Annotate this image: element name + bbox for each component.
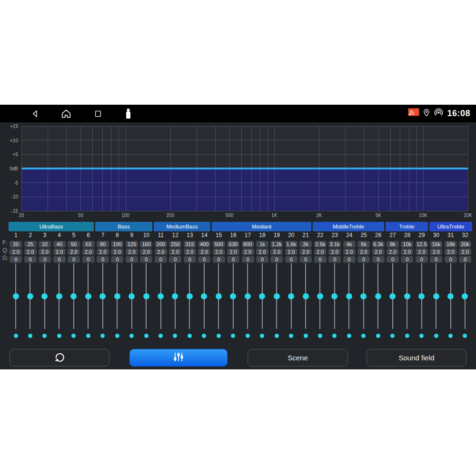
- slider-knob[interactable]: [245, 293, 251, 299]
- q-chip: 2.0: [111, 248, 123, 255]
- band-group-ultrabass: UltraBass: [9, 222, 94, 231]
- slider-knob[interactable]: [41, 293, 48, 299]
- recents-icon[interactable]: [92, 108, 104, 119]
- y-axis-tick-label: 0dB: [10, 166, 18, 171]
- freq-chip: 160: [140, 241, 152, 248]
- q-factor-row: 2.02.02.02.02.02.02.02.02.02.02.02.02.02…: [0, 247, 476, 254]
- slider-knob[interactable]: [56, 293, 62, 299]
- y-axis-tick-label: +15: [10, 124, 18, 129]
- slider-knob[interactable]: [13, 293, 19, 299]
- freq-chip: 250: [169, 241, 181, 248]
- slider-knob[interactable]: [143, 293, 149, 299]
- slider-knob[interactable]: [99, 293, 106, 299]
- slider-knob[interactable]: [230, 293, 236, 299]
- band-number: 31: [443, 232, 458, 238]
- gain-chip-cell: 0: [429, 255, 444, 263]
- slider-knob[interactable]: [317, 293, 323, 299]
- band-number: 1: [9, 232, 23, 238]
- slider-knob[interactable]: [172, 293, 178, 299]
- y-axis-tick-label: -15: [11, 208, 18, 214]
- slider-knob[interactable]: [114, 293, 120, 299]
- slider-knob[interactable]: [158, 293, 164, 299]
- x-axis-tick-label: 2K: [316, 213, 322, 218]
- slider-knob[interactable]: [274, 293, 280, 299]
- reset-icon: [53, 351, 66, 365]
- slider-knob[interactable]: [375, 293, 381, 299]
- slider-knob[interactable]: [433, 293, 439, 299]
- gain-chip-cell: 0: [313, 255, 327, 263]
- slider-knob[interactable]: [404, 293, 410, 299]
- back-icon[interactable]: [30, 108, 41, 119]
- q-chip: 2.0: [140, 248, 152, 255]
- slider-knob[interactable]: [360, 293, 367, 299]
- band-number: 5: [67, 232, 81, 238]
- band-number: 23: [327, 232, 342, 238]
- freq-chip: 20: [10, 241, 22, 248]
- q-chip: 2.0: [126, 248, 138, 255]
- q-chip: 2.0: [242, 248, 254, 255]
- slider-knob[interactable]: [447, 293, 454, 299]
- gain-chip-cell: 0: [371, 255, 386, 263]
- freq-chip: 1.6k: [285, 241, 298, 248]
- band-number-row: 1234567891011121314151617181920212223242…: [0, 232, 476, 238]
- gain-chip: 0: [111, 256, 123, 263]
- q-chip: 2.0: [68, 248, 80, 255]
- scene-button[interactable]: Scene: [248, 349, 348, 367]
- gain-chip: 0: [357, 256, 370, 263]
- slider-knob[interactable]: [201, 293, 207, 299]
- slider-dot: [376, 334, 380, 338]
- freq-chip: 2.5k: [314, 241, 327, 248]
- gain-chip-cell: 0: [168, 255, 183, 263]
- x-axis-tick-label: 20K: [464, 213, 472, 218]
- equalizer-button[interactable]: [129, 349, 228, 367]
- gain-chip: 0: [372, 256, 385, 263]
- x-axis-tick-label: 5K: [376, 213, 381, 218]
- slider-knob[interactable]: [70, 293, 77, 299]
- slider-knob[interactable]: [389, 293, 396, 299]
- slider-knob[interactable]: [27, 293, 33, 299]
- slider-knob[interactable]: [288, 293, 294, 299]
- slider-knob[interactable]: [187, 293, 193, 299]
- gain-chip-cell: 0: [443, 255, 458, 263]
- gain-chip: 0: [299, 256, 312, 263]
- home-icon[interactable]: [60, 108, 72, 119]
- gain-chip-cell: 0: [211, 255, 226, 263]
- slider-knob[interactable]: [85, 293, 91, 299]
- gain-chip: 0: [53, 256, 66, 263]
- slider-knob[interactable]: [462, 293, 468, 299]
- q-chip: 2.0: [213, 248, 225, 255]
- slider-dot: [28, 334, 32, 338]
- slider-knob[interactable]: [303, 293, 309, 299]
- slider-knob[interactable]: [216, 293, 222, 299]
- gain-chip-cell: 0: [9, 255, 23, 263]
- gain-chip: 0: [459, 256, 471, 263]
- band-number: 8: [110, 232, 125, 238]
- slider-knob[interactable]: [331, 293, 337, 299]
- sound-field-button[interactable]: Sound field: [367, 349, 466, 367]
- slider-knob[interactable]: [129, 293, 135, 299]
- slider-dot: [100, 334, 105, 338]
- equalizer-app-window: 16:08 +15+10+50dB-5-10-15 20501002005001…: [0, 105, 476, 369]
- usb-icon[interactable]: [122, 108, 134, 119]
- q-chip: 2.0: [155, 248, 167, 255]
- slider-knob[interactable]: [346, 293, 352, 299]
- slider-knob[interactable]: [418, 293, 425, 299]
- freq-chip: 25: [24, 241, 37, 248]
- horizontal-gridline: [21, 197, 468, 197]
- gain-sliders: [0, 263, 476, 329]
- gain-chip: 0: [430, 256, 442, 263]
- freq-chip: 18k: [445, 241, 457, 248]
- band-number: 2: [23, 232, 38, 238]
- freq-chip: 500: [213, 241, 225, 248]
- gain-chip-cell: 0: [342, 255, 357, 263]
- slider-dot: [289, 334, 293, 338]
- slider-knob[interactable]: [259, 293, 265, 299]
- slider-dot: [463, 334, 467, 338]
- x-axis-tick-label: 1K: [271, 213, 277, 218]
- x-axis-labels: 20501002005001K2K5K10K20K: [21, 213, 468, 219]
- q-chip: 2.0: [372, 248, 385, 255]
- gain-chip-cell: 0: [96, 255, 110, 263]
- slider-dot: [42, 334, 47, 338]
- freq-chip: 3.1k: [328, 241, 341, 248]
- reset-button[interactable]: [10, 349, 109, 367]
